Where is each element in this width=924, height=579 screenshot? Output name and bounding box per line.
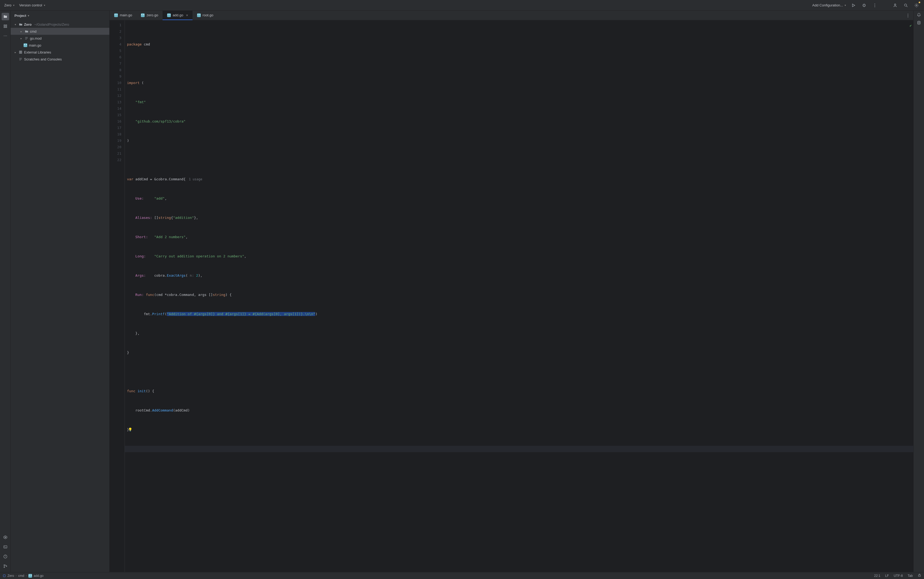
library-icon: [18, 50, 23, 54]
notifications-button[interactable]: [917, 13, 921, 18]
go-file-icon: [197, 13, 201, 17]
svg-point-0: [863, 4, 865, 7]
services-tool-button[interactable]: [2, 533, 9, 541]
tree-root-label: Zero: [24, 23, 31, 26]
svg-point-18: [4, 564, 5, 565]
problems-tool-button[interactable]: [2, 553, 9, 560]
go-file-icon: [23, 43, 28, 47]
run-button[interactable]: [850, 2, 857, 8]
statusbar: Zero › cmd › add.go 22:1 LF UTF-8 Tab: [0, 572, 924, 579]
svg-point-4: [894, 4, 896, 5]
readonly-toggle[interactable]: [917, 573, 921, 578]
go-file-icon: [114, 13, 118, 17]
encoding[interactable]: UTF-8: [894, 574, 903, 578]
usage-hint[interactable]: 1 usage: [189, 177, 202, 181]
expand-icon[interactable]: ▸: [19, 30, 23, 33]
tree-root-path: ~/GolandProjects/Zero: [34, 23, 69, 26]
run-config-menu[interactable]: Add Configuration... ▾: [812, 3, 846, 7]
tree-scratches-label: Scratches and Consoles: [24, 57, 62, 61]
vcs-menu[interactable]: Version control ▾: [19, 3, 45, 7]
vcs-tool-button[interactable]: [2, 563, 9, 570]
more-button[interactable]: [872, 2, 878, 8]
tree-external-libs[interactable]: ▸ External Libraries: [11, 49, 109, 56]
expand-icon[interactable]: ▾: [13, 23, 17, 26]
breadcrumb[interactable]: Zero › cmd › add.go: [3, 574, 44, 578]
expand-icon[interactable]: ▸: [13, 51, 17, 54]
line-gutter: 12345678910111213141516171819202122: [110, 20, 125, 572]
go-file-icon: [28, 574, 32, 578]
tree-extlibs-label: External Libraries: [24, 50, 51, 54]
chevron-right-icon: ›: [26, 574, 27, 577]
svg-point-12: [5, 36, 5, 36]
chevron-right-icon: ›: [16, 574, 16, 577]
tab-main-go[interactable]: main.go: [110, 11, 136, 20]
code-area[interactable]: ✔ package cmd import ( "fmt" "github.com…: [125, 20, 913, 572]
structure-tool-button[interactable]: [2, 23, 9, 30]
svg-point-1: [875, 3, 875, 4]
vcs-menu-label: Version control: [19, 3, 42, 7]
project-menu-label: Zero: [4, 3, 11, 7]
project-tree: ▾ Zero ~/GolandProjects/Zero ▸ cmd ▸ go.…: [11, 20, 109, 63]
close-icon[interactable]: ×: [186, 13, 188, 17]
tab-root-go[interactable]: root.go: [192, 11, 218, 20]
project-panel-title[interactable]: Project ▾: [15, 14, 29, 18]
tree-scratches[interactable]: Scratches and Consoles: [11, 56, 109, 62]
svg-point-6: [916, 5, 917, 6]
right-tool-rail: [913, 11, 924, 572]
tab-zero-go[interactable]: zero.go: [136, 11, 162, 20]
terminal-tool-button[interactable]: [2, 543, 9, 551]
svg-point-3: [875, 7, 875, 7]
crumb-project[interactable]: Zero: [8, 574, 14, 578]
tree-maingo-label: main.go: [29, 43, 41, 47]
tab-label: zero.go: [147, 13, 158, 17]
tree-main-go[interactable]: main.go: [11, 42, 109, 49]
tree-gomod-label: go.mod: [30, 36, 41, 41]
tree-cmd-folder[interactable]: ▸ cmd: [11, 28, 109, 35]
svg-point-19: [4, 567, 5, 568]
tab-label: root.go: [203, 13, 213, 17]
svg-rect-21: [19, 51, 20, 53]
svg-marker-15: [5, 537, 6, 538]
chevron-down-icon: ▾: [844, 4, 846, 7]
tab-add-go[interactable]: add.go ×: [163, 11, 192, 20]
intention-bulb-icon[interactable]: 💡: [128, 427, 132, 433]
code-with-me-button[interactable]: [892, 2, 898, 8]
svg-point-11: [4, 36, 4, 36]
debug-button[interactable]: [861, 2, 867, 8]
svg-point-26: [908, 16, 908, 17]
inspection-ok-icon[interactable]: ✔: [909, 23, 912, 29]
expand-icon[interactable]: ▸: [19, 37, 23, 40]
tree-root[interactable]: ▾ Zero ~/GolandProjects/Zero: [11, 21, 109, 28]
line-separator[interactable]: LF: [885, 574, 889, 578]
chevron-down-icon: ▾: [44, 4, 45, 7]
project-tool-button[interactable]: [2, 13, 9, 20]
cursor-position[interactable]: 22:1: [874, 574, 880, 578]
database-tool-button[interactable]: [917, 21, 921, 26]
tab-more-button[interactable]: [905, 12, 911, 19]
search-button[interactable]: [903, 2, 909, 8]
project-panel-title-label: Project: [15, 14, 26, 18]
run-config-label: Add Configuration...: [812, 3, 843, 7]
indent[interactable]: Tab: [908, 574, 913, 578]
svg-rect-23: [21, 51, 22, 53]
folder-icon: [18, 23, 23, 26]
settings-button[interactable]: [913, 2, 920, 8]
left-tool-rail: [0, 11, 11, 572]
scratches-icon: [18, 57, 23, 61]
go-file-icon: [167, 13, 171, 17]
project-menu[interactable]: Zero ▾: [4, 3, 15, 7]
folder-icon: [24, 29, 29, 33]
crumb-folder[interactable]: cmd: [18, 574, 24, 578]
editor-body[interactable]: 12345678910111213141516171819202122 ✔ pa…: [110, 20, 913, 572]
more-tool-button[interactable]: [2, 32, 9, 39]
crumb-file[interactable]: add.go: [34, 574, 44, 578]
tab-label: main.go: [120, 13, 132, 17]
chevron-down-icon: ▾: [28, 14, 29, 17]
svg-rect-16: [4, 546, 7, 548]
go-file-icon: [141, 13, 145, 17]
svg-point-5: [904, 4, 907, 6]
svg-rect-28: [3, 575, 5, 577]
svg-rect-8: [6, 25, 7, 26]
tree-go-mod[interactable]: ▸ go.mod: [11, 35, 109, 42]
svg-rect-9: [4, 26, 5, 28]
